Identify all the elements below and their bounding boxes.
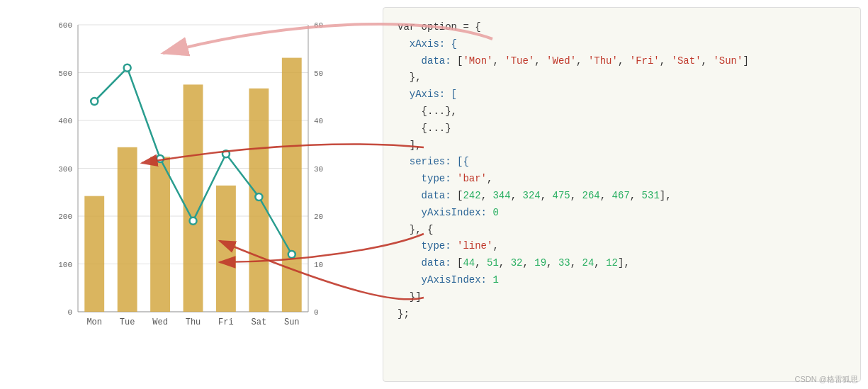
code-token: 12 (606, 257, 618, 269)
code-token: ], (398, 140, 422, 151)
code-line: {...}, (398, 103, 846, 120)
code-token: , (618, 55, 630, 67)
code-token: 531 (642, 190, 660, 201)
svg-point-41 (157, 155, 164, 162)
svg-text:Mon: Mon (86, 317, 102, 327)
code-token: , (499, 257, 511, 269)
svg-text:100: 100 (58, 261, 72, 269)
watermark: CSDN @格雷狐思 (795, 374, 858, 385)
code-token: , (511, 190, 523, 201)
svg-rect-29 (216, 186, 236, 312)
code-token: 344 (492, 190, 510, 201)
code-line: series: [{ (398, 154, 846, 171)
svg-rect-31 (282, 58, 302, 312)
svg-text:50: 50 (314, 69, 323, 78)
code-token: yAxisIndex: (398, 274, 492, 286)
code-line: }, (398, 69, 846, 86)
code-token: 19 (534, 257, 546, 269)
code-token: }] (398, 291, 422, 303)
code-token: , (660, 55, 672, 67)
code-token: , (600, 190, 612, 201)
svg-text:60: 60 (314, 21, 323, 30)
svg-point-43 (222, 150, 230, 157)
code-token: 'Sun' (713, 55, 743, 67)
svg-text:0: 0 (67, 308, 72, 317)
code-line: var option = { (398, 19, 846, 36)
code-line: type: 'line', (398, 238, 846, 255)
code-token: 33 (558, 257, 570, 269)
svg-text:0: 0 (314, 308, 319, 317)
code-token: 24 (582, 257, 594, 269)
code-token: {...} (398, 123, 451, 134)
code-line: data: ['Mon', 'Tue', 'Wed', 'Thu', 'Fri'… (398, 53, 846, 70)
main-container: 01002003004005006000102030405060MonTueWe… (0, 0, 868, 389)
code-area: var option = { xAxis: { data: ['Mon', 'T… (383, 7, 861, 382)
svg-rect-26 (118, 147, 137, 312)
code-token: 264 (582, 190, 600, 201)
svg-text:Tue: Tue (120, 317, 135, 327)
code-token: 0 (492, 207, 498, 218)
code-line: yAxis: [ (398, 86, 846, 103)
svg-rect-25 (84, 196, 104, 312)
code-token: xAxis: { (398, 38, 457, 50)
svg-rect-28 (184, 84, 203, 312)
chart-svg: 01002003004005006000102030405060MonTueWe… (43, 14, 347, 347)
code-line: data: [44, 51, 32, 19, 33, 24, 12], (398, 255, 846, 272)
code-token: ], (618, 257, 630, 269)
code-token: type: (398, 173, 457, 184)
code-token: , (594, 257, 606, 269)
code-token: 'line' (457, 240, 492, 252)
code-line: yAxisIndex: 0 (398, 205, 846, 222)
chart-area: 01002003004005006000102030405060MonTueWe… (0, 0, 383, 389)
code-line: }, { (398, 222, 846, 239)
code-token: , (701, 55, 714, 67)
svg-text:500: 500 (58, 69, 72, 78)
svg-rect-27 (150, 157, 170, 312)
code-token: , (492, 240, 498, 252)
code-token: 'Fri' (630, 55, 660, 67)
code-token: , (541, 190, 553, 201)
code-token: }, { (398, 224, 433, 235)
code-line: }] (398, 289, 846, 306)
code-line: data: [242, 344, 324, 475, 264, 467, 531… (398, 188, 846, 205)
code-token: ] (743, 55, 748, 67)
code-line: yAxisIndex: 1 (398, 272, 846, 289)
svg-text:Sun: Sun (284, 317, 300, 327)
code-token: , (534, 55, 546, 67)
code-token: yAxisIndex: (398, 207, 492, 218)
code-token: 'bar' (457, 173, 487, 184)
code-token: 'Tue' (505, 55, 534, 67)
code-line: xAxis: { (398, 36, 846, 53)
code-line: type: 'bar', (398, 171, 846, 188)
code-token: }, (398, 72, 422, 83)
code-token: data: (398, 257, 457, 269)
svg-point-42 (190, 218, 197, 225)
code-block: var option = { xAxis: { data: ['Mon', 'T… (398, 19, 846, 322)
code-token: , (630, 190, 642, 201)
code-token: var option = { (398, 21, 481, 33)
code-token: 467 (612, 190, 630, 201)
code-token: , (546, 257, 558, 269)
code-token: 'Wed' (546, 55, 576, 67)
code-token: 'Mon' (463, 55, 492, 67)
svg-text:600: 600 (58, 21, 72, 30)
code-token: , (492, 55, 505, 67)
code-token: data: (398, 190, 457, 201)
svg-text:300: 300 (58, 165, 72, 174)
svg-text:30: 30 (314, 165, 323, 174)
code-token: }; (398, 308, 410, 320)
svg-text:200: 200 (58, 213, 72, 221)
svg-point-44 (255, 193, 262, 201)
code-token: 1 (492, 274, 498, 286)
code-token: , (522, 257, 534, 269)
code-token: series: [{ (398, 156, 469, 167)
code-token: 51 (487, 257, 499, 269)
code-token: 324 (522, 190, 540, 201)
code-line: ], (398, 137, 846, 154)
svg-text:Thu: Thu (186, 317, 201, 327)
svg-text:20: 20 (314, 213, 323, 221)
code-token: type: (398, 240, 457, 252)
code-token: , (570, 257, 582, 269)
svg-point-39 (91, 98, 98, 105)
code-token: , (475, 257, 487, 269)
